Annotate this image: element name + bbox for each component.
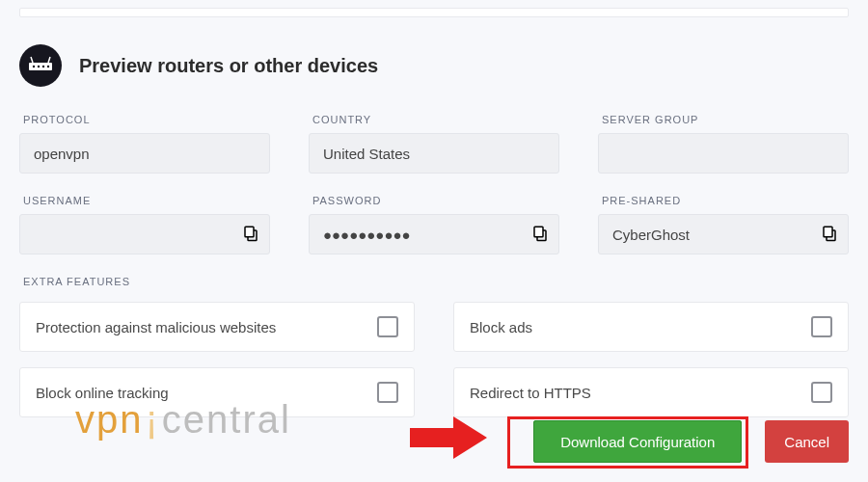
country-input[interactable]	[309, 133, 559, 174]
feature-redirect-https[interactable]: Redirect to HTTPS	[453, 367, 849, 417]
feature-text: Block online tracking	[36, 385, 169, 401]
copy-preshared-button[interactable]	[810, 214, 849, 254]
svg-marker-13	[410, 416, 487, 459]
top-strip	[19, 8, 849, 17]
page-title: Preview routers or other devices	[79, 55, 378, 77]
annotation-arrow	[410, 416, 487, 463]
country-field: COUNTRY	[309, 114, 559, 174]
username-field: USERNAME	[19, 195, 270, 254]
password-label: PASSWORD	[309, 195, 559, 206]
checkbox[interactable]	[377, 316, 398, 337]
copy-icon	[531, 225, 549, 245]
server-group-input[interactable]	[598, 133, 849, 174]
download-configuration-button[interactable]: Download Configuration	[533, 420, 742, 463]
server-group-label: SERVER GROUP	[598, 114, 849, 125]
checkbox[interactable]	[811, 316, 832, 337]
svg-point-4	[38, 66, 40, 67]
feature-text: Redirect to HTTPS	[470, 385, 591, 401]
feature-protection[interactable]: Protection against malicious websites	[19, 302, 415, 352]
preshared-label: PRE-SHARED	[598, 195, 849, 206]
protocol-field: PROTOCOL	[19, 114, 270, 174]
copy-username-button[interactable]	[231, 214, 270, 254]
feature-text: Protection against malicious websites	[36, 319, 276, 335]
feature-block-ads[interactable]: Block ads	[453, 302, 849, 352]
country-label: COUNTRY	[309, 114, 559, 125]
router-icon	[19, 44, 62, 87]
copy-icon	[242, 225, 259, 245]
page-header: Preview routers or other devices	[19, 44, 849, 87]
svg-line-2	[48, 57, 50, 63]
feature-text: Block ads	[470, 319, 532, 335]
copy-icon	[821, 225, 838, 245]
protocol-input[interactable]	[19, 133, 270, 174]
cancel-button[interactable]: Cancel	[765, 420, 849, 463]
svg-point-3	[33, 66, 35, 67]
extra-features-label: EXTRA FEATURES	[19, 276, 849, 287]
svg-line-1	[31, 57, 33, 63]
server-group-field: SERVER GROUP	[598, 114, 849, 174]
extra-features-grid: Protection against malicious websites Bl…	[19, 302, 849, 417]
feature-block-tracking[interactable]: Block online tracking	[19, 367, 415, 417]
preshared-field: PRE-SHARED	[598, 195, 849, 254]
username-label: USERNAME	[19, 195, 270, 206]
protocol-label: PROTOCOL	[19, 114, 270, 125]
svg-rect-8	[245, 227, 254, 237]
password-field: PASSWORD	[309, 195, 559, 254]
copy-password-button[interactable]	[521, 214, 559, 254]
action-bar: Download Configuration Cancel	[533, 420, 849, 463]
checkbox[interactable]	[811, 382, 832, 403]
checkbox[interactable]	[377, 382, 398, 403]
svg-point-5	[42, 66, 44, 67]
svg-point-6	[47, 66, 49, 67]
svg-rect-12	[824, 227, 832, 237]
svg-rect-10	[534, 227, 543, 237]
